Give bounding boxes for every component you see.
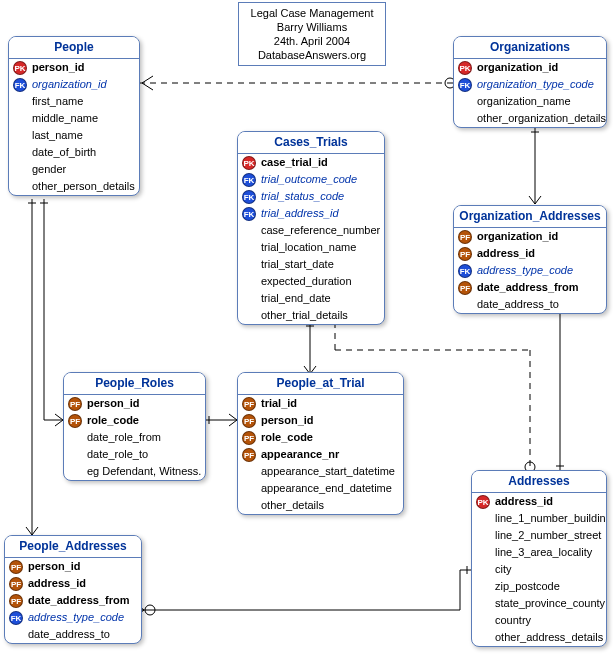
attr-label: state_province_county [495, 596, 605, 611]
attr-label: line_3_area_locality [495, 545, 592, 560]
pk-key-icon: PK [13, 61, 27, 75]
none-key-icon [13, 129, 27, 143]
attr-label: trial_location_name [261, 240, 356, 255]
attr-row: appearance_end_datetime [238, 480, 403, 497]
attr-row: gender [9, 161, 139, 178]
attr-label: other_organization_details [477, 111, 606, 126]
attr-label: other_trial_details [261, 308, 348, 323]
attr-label: trial_id [261, 396, 297, 411]
attr-label: last_name [32, 128, 83, 143]
attr-label: first_name [32, 94, 83, 109]
attr-row: expected_duration [238, 273, 384, 290]
attr-row: FKtrial_outcome_code [238, 171, 384, 188]
attr-label: trial_outcome_code [261, 172, 357, 187]
none-key-icon [242, 499, 256, 513]
title-line4: DatabaseAnswers.org [247, 48, 377, 62]
entity-header: Addresses [472, 471, 606, 493]
attr-label: case_trial_id [261, 155, 328, 170]
none-key-icon [476, 563, 490, 577]
attr-row: trial_start_date [238, 256, 384, 273]
none-key-icon [242, 465, 256, 479]
attr-label: appearance_nr [261, 447, 339, 462]
pk-key-icon: PK [242, 156, 256, 170]
attr-label: address_id [28, 576, 86, 591]
none-key-icon [68, 448, 82, 462]
attr-label: trial_end_date [261, 291, 331, 306]
attr-row: country [472, 612, 606, 629]
attr-row: PFappearance_nr [238, 446, 403, 463]
none-key-icon [242, 292, 256, 306]
attr-label: appearance_start_datetime [261, 464, 395, 479]
entity-people-roles: People_Roles PFperson_idPFrole_codedate_… [63, 372, 206, 481]
attr-label: person_id [261, 413, 314, 428]
none-key-icon [242, 224, 256, 238]
pf-key-icon: PF [242, 431, 256, 445]
attr-row: FKaddress_type_code [5, 609, 141, 626]
attr-row: city [472, 561, 606, 578]
pf-key-icon: PF [458, 281, 472, 295]
none-key-icon [242, 241, 256, 255]
entity-organization-addresses: Organization_Addresses PForganization_id… [453, 205, 607, 314]
none-key-icon [13, 146, 27, 160]
attr-label: line_1_number_building [495, 511, 607, 526]
attr-row: date_address_to [5, 626, 141, 643]
attr-row: other_trial_details [238, 307, 384, 324]
attr-row: last_name [9, 127, 139, 144]
none-key-icon [458, 112, 472, 126]
none-key-icon [242, 309, 256, 323]
entity-addresses: Addresses PKaddress_idline_1_number_buil… [471, 470, 607, 647]
none-key-icon [476, 529, 490, 543]
entity-organizations: Organizations PKorganization_idFKorganiz… [453, 36, 607, 128]
entity-header: Cases_Trials [238, 132, 384, 154]
title-line3: 24th. April 2004 [247, 34, 377, 48]
none-key-icon [13, 112, 27, 126]
pf-key-icon: PF [9, 560, 23, 574]
none-key-icon [242, 258, 256, 272]
attr-row: PFrole_code [64, 412, 205, 429]
attr-row: PFaddress_id [5, 575, 141, 592]
none-key-icon [68, 431, 82, 445]
attr-label: middle_name [32, 111, 98, 126]
attr-label: other_details [261, 498, 324, 513]
pf-key-icon: PF [68, 397, 82, 411]
attr-row: PKaddress_id [472, 493, 606, 510]
title-line2: Barry Williams [247, 20, 377, 34]
title-line1: Legal Case Management [247, 6, 377, 20]
attr-label: address_id [495, 494, 553, 509]
attr-row: date_role_from [64, 429, 205, 446]
attr-label: date_address_to [477, 297, 559, 312]
attr-label: country [495, 613, 531, 628]
none-key-icon [458, 298, 472, 312]
entity-header: People_Roles [64, 373, 205, 395]
attr-label: address_id [477, 246, 535, 261]
attr-row: other_address_details [472, 629, 606, 646]
pk-key-icon: PK [458, 61, 472, 75]
attr-row: eg Defendant, Witness. [64, 463, 205, 480]
attr-label: organization_type_code [477, 77, 594, 92]
attr-row: PKcase_trial_id [238, 154, 384, 171]
attr-row: trial_location_name [238, 239, 384, 256]
attr-label: eg Defendant, Witness. [87, 464, 201, 479]
fk-key-icon: FK [458, 78, 472, 92]
attr-label: other_person_details [32, 179, 135, 194]
attr-row: PFrole_code [238, 429, 403, 446]
attr-row: FKaddress_type_code [454, 262, 606, 279]
attr-label: date_role_from [87, 430, 161, 445]
none-key-icon [476, 580, 490, 594]
attr-row: other_details [238, 497, 403, 514]
pf-key-icon: PF [242, 448, 256, 462]
attr-row: PFperson_id [238, 412, 403, 429]
pf-key-icon: PF [9, 594, 23, 608]
entity-header: People_Addresses [5, 536, 141, 558]
none-key-icon [476, 512, 490, 526]
none-key-icon [9, 628, 23, 642]
title-box: Legal Case Management Barry Williams 24t… [238, 2, 386, 66]
attr-label: zip_postcode [495, 579, 560, 594]
attr-label: city [495, 562, 512, 577]
attr-label: trial_status_code [261, 189, 344, 204]
svg-point-23 [145, 605, 155, 615]
attr-row: case_reference_number [238, 222, 384, 239]
attr-row: zip_postcode [472, 578, 606, 595]
attr-row: PKperson_id [9, 59, 139, 76]
attr-row: line_1_number_building [472, 510, 606, 527]
